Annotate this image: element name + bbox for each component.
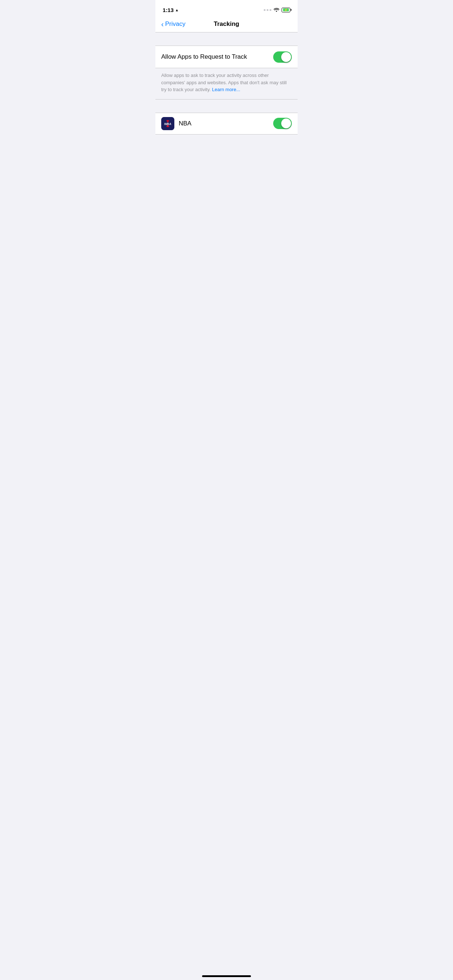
toggle-thumb bbox=[281, 52, 291, 62]
nba-toggle-thumb bbox=[281, 118, 291, 128]
nba-app-label: NBA bbox=[179, 120, 273, 127]
allow-tracking-group: Allow Apps to Request to Track bbox=[155, 46, 298, 68]
status-bar: 1:13 ▲ ⚡ bbox=[155, 0, 298, 18]
svg-text:NBA: NBA bbox=[164, 122, 171, 126]
signal-icon bbox=[264, 9, 271, 11]
back-chevron-icon: ‹ bbox=[161, 21, 164, 28]
status-time: 1:13 ▲ bbox=[163, 7, 179, 13]
nba-tracking-toggle[interactable] bbox=[273, 118, 292, 129]
tracking-description: Allow apps to ask to track your activity… bbox=[161, 73, 287, 92]
back-button[interactable]: ‹ Privacy bbox=[161, 21, 185, 28]
wifi-icon bbox=[274, 7, 279, 13]
time-label: 1:13 bbox=[163, 7, 174, 13]
charging-icon: ⚡ bbox=[284, 8, 288, 12]
status-icons: ⚡ bbox=[264, 7, 290, 13]
allow-tracking-toggle[interactable] bbox=[273, 51, 292, 63]
battery-icon: ⚡ bbox=[282, 8, 290, 13]
allow-tracking-row: Allow Apps to Request to Track bbox=[155, 46, 298, 68]
nba-app-icon: NBA bbox=[161, 117, 174, 130]
back-label: Privacy bbox=[165, 21, 186, 28]
section-gap-top bbox=[155, 32, 298, 46]
nav-bar: ‹ Privacy Tracking bbox=[155, 18, 298, 32]
nba-app-row: NBA NBA bbox=[155, 113, 298, 135]
page-title: Tracking bbox=[214, 21, 239, 28]
location-arrow-icon: ▲ bbox=[175, 8, 179, 12]
tracking-description-section: Allow apps to ask to track your activity… bbox=[155, 68, 298, 100]
apps-section-gap bbox=[155, 100, 298, 113]
learn-more-link[interactable]: Learn more... bbox=[212, 87, 240, 92]
allow-tracking-label: Allow Apps to Request to Track bbox=[161, 53, 273, 60]
